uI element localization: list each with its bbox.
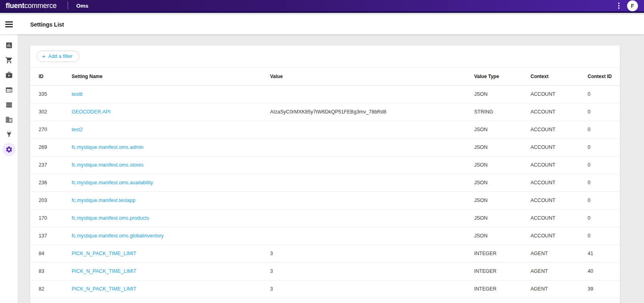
cell-value-type: JSON [474,192,530,209]
cell-value: 3 [270,245,474,262]
setting-name-link[interactable]: PICK_N_PACK_TIME_LIMIT [72,286,136,292]
cell-context: ACCOUNT [530,138,588,156]
sidebar-item-settings[interactable] [2,142,17,157]
table-row: 302 GEOCODER.API AIzaSyC0rMXK85y7tW6DkQP… [30,103,620,121]
sidebar-item-insights[interactable] [2,127,17,142]
page-header: Settings List [0,14,644,34]
gear-icon [5,146,13,153]
cell-context-id: 0 [588,227,620,245]
sidebar-item-orders[interactable] [2,53,17,68]
cell-context-id: 0 [588,121,620,138]
brand-bold: fluent [6,2,24,10]
app-name: Oms [76,3,89,9]
cell-value [270,121,474,138]
setting-name-link[interactable]: PICK_N_PACK_TIME_LIMIT [72,251,136,256]
cell-id: 237 [30,156,72,174]
cell-value: 3 [270,280,474,298]
table-row: 237 fc.mystique.manifest.oms.stores JSON… [30,156,620,174]
cell-context: ACCOUNT [530,209,588,227]
settings-card: + Add a filter ID Setting Name Value Val… [30,45,620,303]
page-title: Settings List [30,21,64,28]
cell-value: 3 [270,262,474,280]
cell-value-type: INTEGER [474,262,530,280]
sidebar-item-locations[interactable] [2,112,17,127]
table-row: 203 fc.mystique.manifest.testapp JSON AC… [30,192,620,209]
add-filter-button[interactable]: + Add a filter [37,51,79,62]
setting-name-link[interactable]: fc.mystique.manifest.oms.stores [72,162,144,168]
setting-name-link[interactable]: fc.mystique.manifest.oms.products [72,215,149,221]
cell-context-id: 0 [588,156,620,174]
main-content: + Add a filter ID Setting Name Value Val… [18,34,644,303]
setting-name-link[interactable]: fc.mystique.manifest.oms.globalinventory [72,233,164,239]
bar-chart-icon [5,41,13,49]
cell-value [270,174,474,192]
cell-value-type: STRING [474,103,530,121]
setting-name-link[interactable]: fc.mystique.manifest.oms.availability [72,180,153,186]
sidebar-item-jobs[interactable] [2,68,17,82]
cell-context: ACCOUNT [530,174,588,192]
setting-name-link[interactable]: test2 [72,127,83,132]
cell-context-id: 40 [588,262,620,280]
filter-bar: + Add a filter [30,45,620,68]
cell-value [270,227,474,245]
sidebar-item-webapps[interactable] [2,82,17,97]
column-header-value-type: Value Type [474,68,530,85]
cell-value-type: JSON [474,156,530,174]
building-icon [5,116,13,124]
sidebar-item-listings[interactable] [2,97,17,112]
cell-value [270,138,474,156]
cell-context-id: 41 [588,245,620,262]
cell-context: AGENT [530,245,588,262]
cell-value-type: INTEGER [474,280,530,298]
settings-table: ID Setting Name Value Value Type Context… [30,68,620,298]
table-row: 270 test2 JSON ACCOUNT 0 [30,121,620,138]
column-header-context-id: Context ID [588,68,620,85]
table-header-row: ID Setting Name Value Value Type Context… [30,68,620,85]
column-header-id: ID [30,68,72,85]
sidebar-item-analytics[interactable] [2,38,17,53]
setting-name-link[interactable]: PICK_N_PACK_TIME_LIMIT [72,268,136,274]
cell-context: ACCOUNT [530,192,588,209]
fluentcommerce-logo: fluentcommerce [6,1,59,10]
cell-context-id: 0 [588,209,620,227]
column-header-context: Context [530,68,588,85]
cell-value [270,85,474,103]
column-header-value: Value [270,68,474,85]
settings-table-body: 335 testtt JSON ACCOUNT 0 302 GEOCODER.A… [30,85,620,298]
add-filter-label: Add a filter [48,54,72,59]
cell-context: AGENT [530,280,588,298]
cell-context: ACCOUNT [530,227,588,245]
cell-id: 137 [30,227,72,245]
cell-id: 170 [30,209,72,227]
layout-icon [5,86,13,94]
table-row: 83 PICK_N_PACK_TIME_LIMIT 3 INTEGER AGEN… [30,262,620,280]
cell-context-id: 0 [588,174,620,192]
cell-id: 302 [30,103,72,121]
cell-value-type: JSON [474,121,530,138]
cell-id: 270 [30,121,72,138]
cell-value-type: JSON [474,209,530,227]
cell-value [270,192,474,209]
cart-icon [5,56,13,64]
cell-value: AIzaSyC0rMXK85y7tW6DkQP51FEBg3mv_78bRd8 [270,103,474,121]
cell-context: AGENT [530,262,588,280]
plus-icon: + [42,54,45,59]
cell-context: ACCOUNT [530,85,588,103]
setting-name-link[interactable]: fc.mystique.manifest.oms.admin [72,144,144,150]
user-avatar[interactable]: F [627,0,638,11]
kebab-menu-icon[interactable] [617,2,621,10]
setting-name-link[interactable]: GEOCODER.API [72,109,111,115]
fluent-logo-glyph-icon [59,2,59,10]
cell-value-type: JSON [474,85,530,103]
setting-name-link[interactable]: testtt [72,91,83,97]
cell-context-id: 0 [588,192,620,209]
cell-id: 203 [30,192,72,209]
cell-value [270,209,474,227]
funnel-icon [5,131,13,138]
table-row: 269 fc.mystique.manifest.oms.admin JSON … [30,138,620,156]
setting-name-link[interactable]: fc.mystique.manifest.testapp [72,198,135,203]
table-row: 82 PICK_N_PACK_TIME_LIMIT 3 INTEGER AGEN… [30,280,620,298]
cell-value-type: INTEGER [474,245,530,262]
hamburger-menu-icon[interactable] [0,21,18,27]
table-row: 137 fc.mystique.manifest.oms.globalinven… [30,227,620,245]
